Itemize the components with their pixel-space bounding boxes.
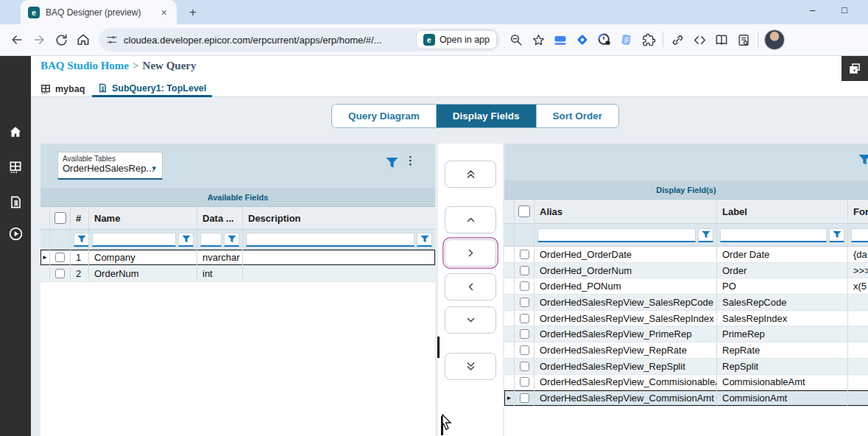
row-checkbox[interactable] [515, 390, 534, 406]
code-icon[interactable] [688, 29, 710, 51]
display-filter-spacer-2 [515, 224, 534, 246]
extension-diamond-icon[interactable] [571, 29, 593, 51]
col-format[interactable]: Format [848, 200, 868, 223]
address-bar[interactable]: cloudea.developer.epicor.com/erpcurrent/… [99, 28, 501, 52]
table-row[interactable]: OrderHed_OrderDateOrder Date{da [504, 247, 868, 263]
browser-tab[interactable]: e BAQ Designer (preview) × [21, 0, 177, 24]
col-label[interactable]: Label [717, 200, 848, 223]
link-icon[interactable] [666, 29, 688, 51]
table-row[interactable]: OrderHed_PONumPOx(5 [504, 278, 868, 295]
move-left-button[interactable] [445, 273, 496, 300]
sort-order-button[interactable]: Sort Order [537, 105, 619, 127]
table-row[interactable]: ►OrderHedSalesRepView_CommisionAmtCommis… [504, 390, 868, 407]
label-cell: PO [717, 278, 848, 294]
row-checkbox[interactable] [515, 278, 534, 294]
reading-mode-icon[interactable] [733, 29, 755, 51]
table-row[interactable]: ►1Companynvarchar [40, 250, 435, 266]
expand-view-button[interactable] [841, 56, 868, 81]
window-maximize-button[interactable]: □ [841, 4, 847, 15]
description-filter-input[interactable] [246, 233, 414, 247]
query-diagram-button[interactable]: Query Diagram [332, 105, 437, 127]
format-cell [848, 311, 868, 326]
table-row[interactable]: OrderHedSalesRepView_CommisionableAmtCom… [504, 375, 868, 391]
zoom-out-icon[interactable] [505, 29, 527, 51]
alias-filter-input[interactable] [537, 228, 696, 242]
move-up-button[interactable] [445, 206, 496, 233]
table-row[interactable]: 2OrderNumint [40, 266, 435, 282]
reload-icon[interactable] [50, 29, 72, 51]
display-fields-rows: OrderHed_OrderDateOrder Date{daOrderHed_… [504, 247, 868, 407]
col-data-type[interactable]: Data ... [197, 207, 243, 229]
row-checkbox[interactable] [515, 295, 534, 310]
available-tables-dropdown-label: Available Tables [63, 155, 158, 163]
row-checkbox[interactable] [515, 326, 534, 342]
display-fields-filter-row [504, 224, 868, 247]
description-filter-funnel-icon[interactable] [417, 233, 432, 247]
data-type-filter-input[interactable] [200, 233, 222, 247]
back-icon[interactable] [6, 29, 28, 51]
name-filter-funnel-icon[interactable] [178, 233, 194, 247]
label-filter-funnel-icon[interactable] [829, 228, 844, 242]
kebab-menu-icon[interactable]: ⋮ [405, 154, 416, 167]
tab-close-icon[interactable]: × [159, 7, 169, 18]
row-checkbox[interactable] [50, 266, 71, 281]
display-filter-icon[interactable] [858, 154, 868, 166]
profile-avatar[interactable] [764, 29, 785, 50]
display-select-all-checkbox[interactable] [515, 200, 534, 223]
available-tables-dropdown[interactable]: Available Tables OrderHedSalesRep... ▾ [57, 152, 163, 180]
home-icon[interactable] [72, 29, 94, 51]
row-checkbox[interactable] [515, 375, 534, 390]
row-checkbox[interactable] [515, 247, 534, 262]
extension-card-icon[interactable] [549, 29, 571, 51]
display-fields-button[interactable]: Display Fields [437, 105, 537, 127]
extensions-puzzle-icon[interactable] [638, 29, 660, 51]
description-cell [243, 250, 435, 265]
url-text[interactable]: cloudea.developer.epicor.com/erpcurrent/… [124, 35, 410, 46]
row-checkbox[interactable] [515, 311, 534, 326]
col-description[interactable]: Description [243, 207, 435, 229]
move-all-down-button[interactable] [445, 353, 496, 380]
window-minimize-button[interactable]: – [810, 4, 815, 15]
filter-icon[interactable] [386, 157, 398, 169]
num-filter-funnel-icon[interactable] [74, 233, 89, 247]
col-name[interactable]: Name [89, 207, 197, 229]
table-row[interactable]: OrderHedSalesRepView_RepRateRepRate [504, 342, 868, 359]
open-in-app-button[interactable]: e Open in app [416, 30, 497, 49]
breadcrumb-home-link[interactable]: BAQ Studio Home [40, 60, 129, 71]
format-filter-input[interactable] [851, 228, 868, 242]
table-row[interactable]: OrderHedSalesRepView_RepSplitRepSplit [504, 359, 868, 375]
sidebar-play-icon[interactable] [0, 224, 31, 243]
format-cell [848, 295, 868, 310]
col-alias[interactable]: Alias [534, 200, 717, 223]
forward-icon[interactable] [28, 29, 50, 51]
row-checkbox[interactable] [515, 342, 534, 358]
col-num[interactable]: # [71, 207, 89, 229]
select-all-checkbox[interactable] [50, 207, 71, 229]
name-filter-input[interactable] [92, 233, 176, 247]
table-row[interactable]: OrderHed_OrderNumOrder>>> [504, 263, 868, 279]
label-filter-input[interactable] [720, 228, 827, 242]
table-row[interactable]: OrderHedSalesRepView_SalesRepCodeSalesRe… [504, 295, 868, 311]
move-down-button[interactable] [445, 306, 496, 334]
extension-notes-icon[interactable] [615, 29, 638, 51]
row-checkbox[interactable] [50, 250, 71, 265]
extension-clock-lock-icon[interactable] [593, 29, 615, 51]
move-right-button[interactable] [445, 239, 496, 267]
table-row[interactable]: OrderHedSalesRepView_PrimeRepPrimeRep [504, 326, 868, 342]
sidebar-home-icon[interactable] [0, 122, 31, 141]
alias-filter-funnel-icon[interactable] [698, 228, 713, 242]
table-row[interactable]: OrderHedSalesRepView_SalesRepIndexSalesR… [504, 311, 868, 327]
move-all-up-button[interactable] [445, 161, 496, 188]
row-checkbox[interactable] [515, 263, 534, 278]
splitter-handle[interactable] [437, 337, 440, 358]
new-tab-button[interactable]: + [184, 4, 202, 21]
site-settings-icon[interactable] [106, 34, 118, 46]
bookmark-star-icon[interactable] [527, 29, 549, 51]
row-checkbox[interactable] [515, 359, 534, 374]
tab-mybaq[interactable]: mybaq [40, 81, 85, 97]
sidebar-document-icon[interactable] [0, 192, 31, 211]
reading-list-book-icon[interactable] [710, 29, 733, 51]
tab-subquery1-toplevel[interactable]: SubQuery1: TopLevel [92, 81, 212, 97]
data-type-filter-funnel-icon[interactable] [224, 233, 239, 247]
sidebar-grid-icon[interactable] [0, 158, 31, 177]
